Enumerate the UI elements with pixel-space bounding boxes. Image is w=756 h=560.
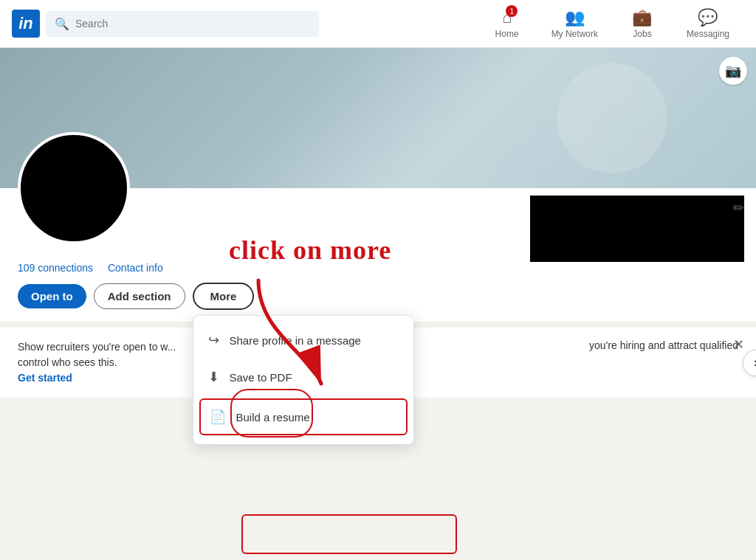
profile-banner: 📷 ✏ 109 connections Contact info Open to…: [0, 48, 756, 322]
download-icon: ⬇: [208, 369, 219, 385]
messaging-icon: 💬: [698, 8, 718, 27]
main-content: 📷 ✏ 109 connections Contact info Open to…: [0, 48, 756, 398]
close-banner-button[interactable]: ✕: [733, 336, 744, 353]
my-network-icon: 👥: [565, 8, 585, 27]
banner-hiring-text: you're hiring and attract qualified: [589, 339, 738, 351]
profile-area: ✏ 109 connections Contact info Open to A…: [0, 188, 756, 322]
profile-right-redacted: [530, 196, 744, 262]
camera-icon: 📷: [725, 63, 741, 79]
resume-icon: 📄: [210, 409, 226, 425]
more-button[interactable]: More: [193, 283, 255, 310]
share-profile-menu-item[interactable]: ↪ Share profile in a message: [193, 322, 413, 359]
hiring-bold-text: you're hiring: [589, 339, 645, 351]
search-input[interactable]: [75, 18, 310, 30]
banner-text-start: Show recruiters you're open to w: [18, 341, 168, 353]
nav-network-label: My Network: [551, 29, 598, 39]
share-profile-label: Share profile in a message: [230, 334, 361, 347]
share-icon: ↪: [208, 332, 219, 348]
logo-text: in: [18, 14, 33, 33]
open-to-button[interactable]: Open to: [18, 284, 86, 308]
save-pdf-menu-item[interactable]: ⬇ Save to PDF: [193, 359, 413, 395]
nav-item-jobs[interactable]: 💼 Jobs: [613, 8, 672, 39]
home-icon: ⌂ 1: [502, 8, 512, 27]
nav-item-messaging[interactable]: 💬 Messaging: [672, 8, 744, 39]
edit-pencil-icon: ✏: [733, 201, 744, 215]
get-started-link[interactable]: Get started: [18, 372, 72, 384]
attract-text: and attract qualified: [648, 339, 738, 351]
save-pdf-label: Save to PDF: [230, 371, 292, 384]
connections-link[interactable]: 109 connections: [18, 262, 93, 274]
nav-right: ⌂ 1 Home 👥 My Network 💼 Jobs 💬 Messaging: [478, 8, 744, 39]
contact-info-link[interactable]: Contact info: [108, 262, 163, 274]
nav-messaging-label: Messaging: [687, 29, 729, 39]
edit-profile-button[interactable]: ✏: [733, 200, 744, 216]
navbar: in 🔍 ⌂ 1 Home 👥 My Network 💼 Jobs 💬 Mess…: [0, 0, 756, 48]
banner-circle-decoration: [557, 63, 667, 173]
edit-banner-photo-button[interactable]: 📷: [719, 57, 747, 85]
search-icon: 🔍: [55, 17, 69, 31]
build-resume-highlight: [241, 514, 457, 554]
next-banner-button[interactable]: ›: [743, 350, 756, 376]
nav-item-my-network[interactable]: 👥 My Network: [537, 8, 613, 39]
add-section-button[interactable]: Add section: [94, 283, 185, 309]
search-bar[interactable]: 🔍: [46, 11, 319, 37]
nav-jobs-label: Jobs: [633, 29, 651, 39]
jobs-icon: 💼: [632, 8, 652, 27]
notification-badge: 1: [506, 5, 518, 17]
recruiter-banner-text: Show recruiters you're open to w... cont…: [18, 339, 176, 386]
more-dropdown-menu: ↪ Share profile in a message ⬇ Save to P…: [193, 315, 414, 445]
banner-text-line2: control who sees this.: [18, 356, 117, 368]
linkedin-logo[interactable]: in: [12, 10, 40, 38]
build-resume-label: Build a resume: [236, 411, 310, 424]
profile-info: 109 connections Contact info Open to Add…: [18, 253, 254, 310]
connections-row: 109 connections Contact info: [18, 262, 254, 274]
nav-home-label: Home: [495, 29, 519, 39]
build-resume-menu-item[interactable]: 📄 Build a resume: [199, 398, 408, 435]
nav-item-home[interactable]: ⌂ 1 Home: [478, 8, 537, 39]
action-buttons: Open to Add section More ↪ Share profile…: [18, 283, 254, 310]
profile-photo: [18, 132, 130, 244]
